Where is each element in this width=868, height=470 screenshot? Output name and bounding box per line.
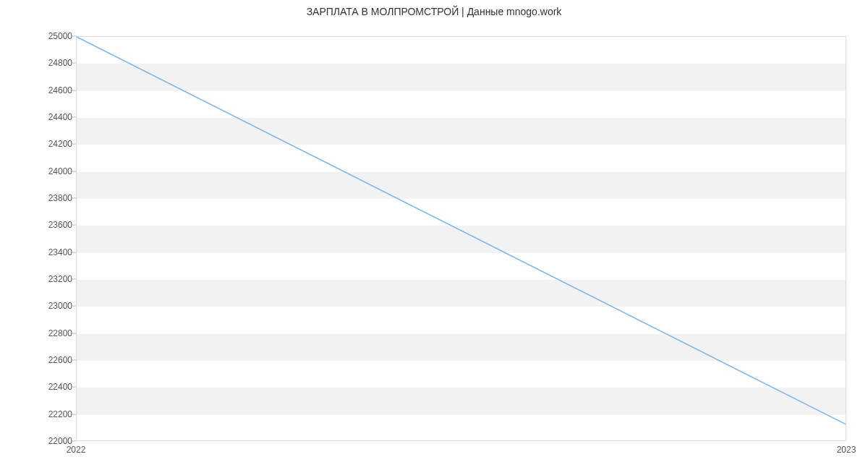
y-axis-tick-mark (72, 279, 76, 280)
y-axis-tick-mark (72, 360, 76, 361)
y-axis-tick-label: 23200 (43, 274, 72, 284)
y-axis-tick-mark (72, 306, 76, 307)
y-axis-tick-mark (72, 90, 76, 90)
x-axis-tick-label: 2022 (67, 445, 86, 455)
y-axis-tick-label: 24800 (43, 58, 72, 68)
y-axis-tick-label: 23400 (43, 247, 72, 257)
y-axis-tick-label: 22200 (43, 409, 72, 419)
y-axis-tick-label: 24600 (43, 85, 72, 95)
y-axis-tick-label: 22800 (43, 328, 72, 338)
y-axis-tick-label: 23600 (43, 220, 72, 230)
y-axis-tick-mark (72, 441, 76, 442)
y-axis-tick-label: 23800 (43, 193, 72, 203)
y-axis-tick-mark (72, 198, 76, 199)
x-axis-tick-label: 2023 (837, 445, 856, 455)
y-axis-tick-mark (72, 333, 76, 333)
chart-title: ЗАРПЛАТА В МОЛПРОМСТРОЙ | Данные mnogo.w… (0, 6, 868, 17)
y-axis-tick-label: 22600 (43, 355, 72, 365)
y-axis-tick-mark (72, 117, 76, 118)
y-axis-tick-mark (72, 225, 76, 226)
y-axis-tick-mark (72, 63, 76, 64)
y-axis-tick-label: 22400 (43, 382, 72, 392)
chart-container: ЗАРПЛАТА В МОЛПРОМСТРОЙ | Данные mnogo.w… (0, 0, 868, 470)
y-axis-tick-mark (72, 252, 76, 252)
y-axis-tick-label: 24400 (43, 112, 72, 122)
y-axis-tick-label: 24000 (43, 166, 72, 176)
plot-area (76, 36, 846, 441)
y-axis-tick-mark (72, 144, 76, 145)
y-axis-tick-mark (72, 387, 76, 388)
y-axis-tick-mark (72, 414, 76, 414)
y-axis-tick-label: 24200 (43, 139, 72, 149)
y-axis-tick-label: 23000 (43, 301, 72, 311)
y-axis-tick-mark (72, 171, 76, 171)
line-series (77, 37, 846, 440)
y-axis-tick-label: 25000 (43, 31, 72, 41)
y-axis-tick-mark (72, 36, 76, 37)
